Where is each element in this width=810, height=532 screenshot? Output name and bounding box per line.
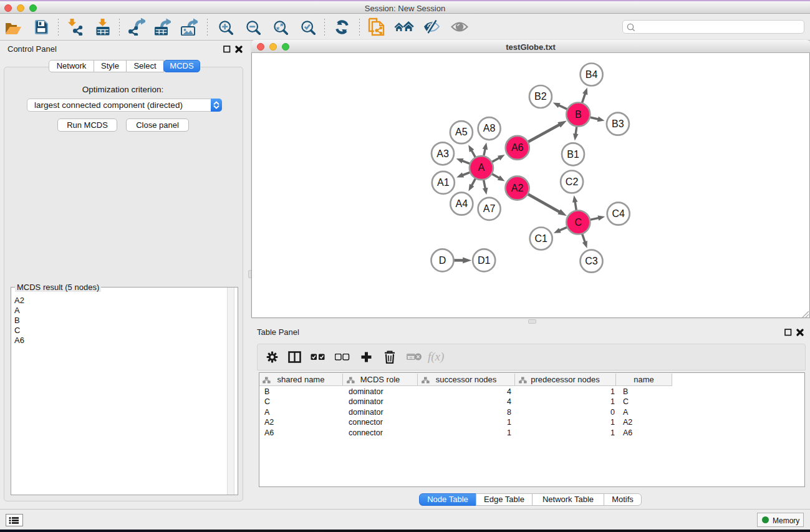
svg-text:A5: A5 [455, 127, 468, 137]
svg-text:A7: A7 [483, 203, 496, 214]
svg-text:A: A [478, 162, 485, 173]
svg-text:C2: C2 [566, 177, 579, 187]
svg-text:B1: B1 [567, 149, 579, 160]
svg-text:A1: A1 [437, 177, 450, 188]
svg-text:C4: C4 [612, 208, 625, 219]
svg-text:A4: A4 [456, 198, 468, 209]
svg-text:D1: D1 [478, 255, 491, 266]
svg-text:A8: A8 [483, 123, 496, 133]
svg-text:C: C [575, 217, 582, 228]
svg-text:B: B [575, 109, 582, 120]
svg-text:B3: B3 [612, 118, 624, 129]
svg-text:A3: A3 [436, 148, 449, 159]
svg-text:D: D [439, 255, 446, 266]
svg-text:C1: C1 [534, 233, 547, 244]
svg-text:A6: A6 [511, 142, 524, 153]
svg-text:B2: B2 [534, 91, 547, 102]
svg-text:B4: B4 [586, 69, 598, 80]
svg-text:A2: A2 [511, 183, 524, 193]
svg-text:C3: C3 [585, 256, 598, 266]
